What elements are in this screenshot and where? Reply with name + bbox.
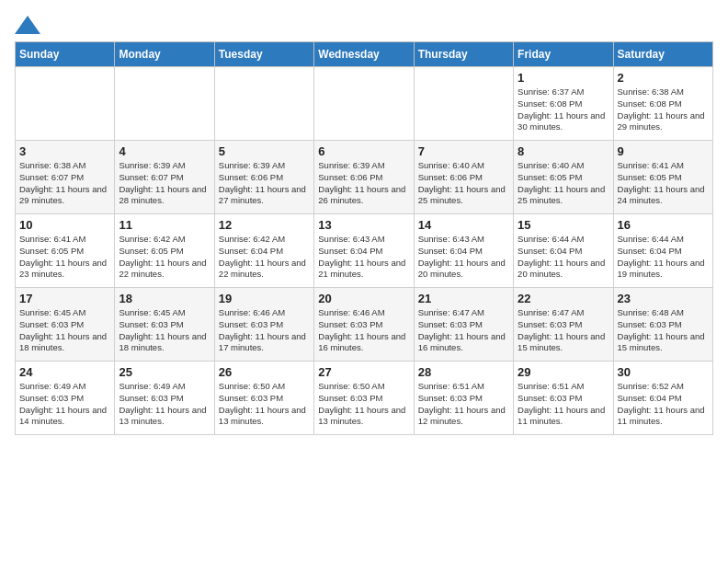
calendar-cell: [115, 67, 214, 141]
day-info: Sunset: 6:03 PM: [418, 393, 509, 405]
calendar-header-row: SundayMondayTuesdayWednesdayThursdayFrid…: [16, 42, 713, 67]
calendar-cell: 1Sunrise: 6:37 AMSunset: 6:08 PMDaylight…: [514, 67, 613, 141]
day-info: Sunrise: 6:48 AM: [618, 307, 709, 319]
day-info: Sunset: 6:04 PM: [318, 246, 409, 258]
day-info: Daylight: 11 hours and 19 minutes.: [618, 258, 709, 282]
day-header-tuesday: Tuesday: [214, 42, 313, 67]
day-info: Sunrise: 6:43 AM: [418, 234, 509, 246]
day-info: Sunrise: 6:41 AM: [618, 160, 709, 172]
day-info: Sunrise: 6:39 AM: [318, 160, 409, 172]
day-info: Daylight: 11 hours and 18 minutes.: [119, 331, 210, 355]
day-number: 26: [219, 365, 310, 379]
day-info: Sunrise: 6:49 AM: [19, 381, 110, 393]
day-info: Daylight: 11 hours and 11 minutes.: [518, 405, 609, 429]
day-info: Daylight: 11 hours and 22 minutes.: [219, 258, 310, 282]
day-info: Daylight: 11 hours and 27 minutes.: [219, 184, 310, 208]
calendar-cell: 19Sunrise: 6:46 AMSunset: 6:03 PMDayligh…: [214, 288, 313, 362]
day-number: 4: [119, 144, 210, 158]
day-header-saturday: Saturday: [613, 42, 712, 67]
day-info: Sunrise: 6:40 AM: [518, 160, 609, 172]
day-info: Daylight: 11 hours and 15 minutes.: [618, 331, 709, 355]
day-number: 25: [119, 365, 210, 379]
day-info: Sunrise: 6:37 AM: [518, 86, 609, 98]
day-info: Daylight: 11 hours and 14 minutes.: [19, 405, 110, 429]
day-info: Sunset: 6:06 PM: [418, 172, 509, 184]
day-number: 18: [119, 292, 210, 305]
day-info: Sunset: 6:03 PM: [518, 319, 609, 331]
day-info: Daylight: 11 hours and 13 minutes.: [219, 405, 310, 429]
day-info: Sunrise: 6:51 AM: [518, 381, 609, 393]
day-number: 6: [318, 144, 409, 158]
day-info: Sunset: 6:07 PM: [19, 172, 110, 184]
day-number: 29: [518, 365, 609, 379]
day-number: 16: [618, 218, 709, 232]
calendar-cell: 4Sunrise: 6:39 AMSunset: 6:07 PMDaylight…: [115, 141, 214, 214]
day-number: 2: [618, 71, 709, 85]
day-number: 24: [19, 365, 110, 379]
day-info: Daylight: 11 hours and 22 minutes.: [119, 258, 210, 282]
day-info: Sunrise: 6:49 AM: [119, 381, 210, 393]
day-info: Sunrise: 6:39 AM: [219, 160, 310, 172]
day-info: Daylight: 11 hours and 12 minutes.: [418, 405, 509, 429]
day-header-wednesday: Wednesday: [314, 42, 414, 67]
day-info: Daylight: 11 hours and 25 minutes.: [518, 184, 609, 208]
day-info: Sunrise: 6:39 AM: [119, 160, 210, 172]
day-number: 23: [618, 292, 709, 305]
calendar-cell: 8Sunrise: 6:40 AMSunset: 6:05 PMDaylight…: [514, 141, 613, 214]
calendar-cell: 10Sunrise: 6:41 AMSunset: 6:05 PMDayligh…: [16, 214, 115, 288]
page-header: [15, 15, 713, 34]
day-info: Sunset: 6:03 PM: [219, 319, 310, 331]
day-info: Sunset: 6:06 PM: [318, 172, 409, 184]
day-info: Sunset: 6:03 PM: [618, 319, 709, 331]
day-number: 22: [518, 292, 609, 305]
day-info: Daylight: 11 hours and 16 minutes.: [318, 331, 409, 355]
day-info: Daylight: 11 hours and 29 minutes.: [19, 184, 110, 208]
day-info: Sunset: 6:08 PM: [618, 98, 709, 110]
calendar-cell: [16, 67, 115, 141]
logo-icon: [15, 16, 40, 34]
calendar-cell: 7Sunrise: 6:40 AMSunset: 6:06 PMDaylight…: [414, 141, 513, 214]
day-info: Sunrise: 6:51 AM: [418, 381, 509, 393]
day-info: Sunrise: 6:40 AM: [418, 160, 509, 172]
calendar-cell: 17Sunrise: 6:45 AMSunset: 6:03 PMDayligh…: [16, 288, 115, 362]
day-info: Daylight: 11 hours and 20 minutes.: [518, 258, 609, 282]
day-info: Sunset: 6:04 PM: [219, 246, 310, 258]
day-info: Sunset: 6:05 PM: [518, 172, 609, 184]
calendar-cell: 13Sunrise: 6:43 AMSunset: 6:04 PMDayligh…: [314, 214, 414, 288]
day-info: Daylight: 11 hours and 24 minutes.: [618, 184, 709, 208]
day-info: Sunrise: 6:52 AM: [618, 381, 709, 393]
day-header-monday: Monday: [115, 42, 214, 67]
calendar-cell: 27Sunrise: 6:50 AMSunset: 6:03 PMDayligh…: [314, 362, 414, 435]
day-info: Sunrise: 6:50 AM: [318, 381, 409, 393]
calendar-cell: 26Sunrise: 6:50 AMSunset: 6:03 PMDayligh…: [214, 362, 313, 435]
calendar-cell: [314, 67, 414, 141]
day-number: 14: [418, 218, 509, 232]
calendar-cell: 21Sunrise: 6:47 AMSunset: 6:03 PMDayligh…: [414, 288, 513, 362]
day-info: Daylight: 11 hours and 21 minutes.: [318, 258, 409, 282]
day-info: Daylight: 11 hours and 11 minutes.: [618, 405, 709, 429]
day-info: Sunset: 6:04 PM: [618, 246, 709, 258]
day-number: 21: [418, 292, 509, 305]
day-info: Daylight: 11 hours and 29 minutes.: [618, 110, 709, 134]
calendar-cell: 24Sunrise: 6:49 AMSunset: 6:03 PMDayligh…: [16, 362, 115, 435]
day-info: Daylight: 11 hours and 16 minutes.: [418, 331, 509, 355]
day-info: Daylight: 11 hours and 30 minutes.: [518, 110, 609, 134]
calendar-cell: 30Sunrise: 6:52 AMSunset: 6:04 PMDayligh…: [613, 362, 712, 435]
day-info: Sunset: 6:08 PM: [518, 98, 609, 110]
day-info: Sunset: 6:04 PM: [618, 393, 709, 405]
svg-marker-0: [15, 16, 40, 34]
day-info: Sunrise: 6:42 AM: [219, 234, 310, 246]
day-info: Sunset: 6:03 PM: [119, 319, 210, 331]
calendar-cell: 28Sunrise: 6:51 AMSunset: 6:03 PMDayligh…: [414, 362, 513, 435]
calendar-table: SundayMondayTuesdayWednesdayThursdayFrid…: [15, 41, 713, 435]
day-info: Sunset: 6:05 PM: [618, 172, 709, 184]
day-number: 7: [418, 144, 509, 158]
calendar-cell: 12Sunrise: 6:42 AMSunset: 6:04 PMDayligh…: [214, 214, 313, 288]
day-info: Daylight: 11 hours and 25 minutes.: [418, 184, 509, 208]
day-info: Daylight: 11 hours and 20 minutes.: [418, 258, 509, 282]
day-info: Sunrise: 6:38 AM: [19, 160, 110, 172]
day-number: 11: [119, 218, 210, 232]
day-info: Daylight: 11 hours and 18 minutes.: [19, 331, 110, 355]
day-number: 13: [318, 218, 409, 232]
day-number: 28: [418, 365, 509, 379]
